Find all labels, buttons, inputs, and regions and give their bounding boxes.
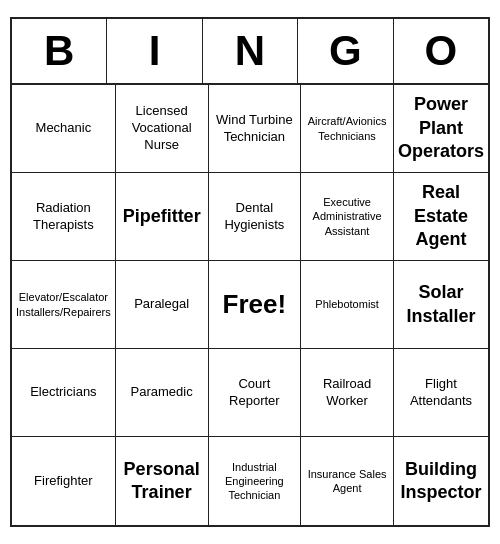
cell-label: Railroad Worker [305, 376, 389, 410]
bingo-cell: Phlebotomist [301, 261, 394, 349]
cell-label: Paramedic [131, 384, 193, 401]
cell-label: Flight Attendants [398, 376, 484, 410]
bingo-cell: Power Plant Operators [394, 85, 488, 173]
bingo-cell: Railroad Worker [301, 349, 394, 437]
cell-label: Executive Administrative Assistant [305, 195, 389, 238]
bingo-cell: Pipefitter [116, 173, 209, 261]
bingo-cell: Paralegal [116, 261, 209, 349]
cell-label: Radiation Therapists [16, 200, 111, 234]
bingo-cell: Industrial Engineering Technician [209, 437, 302, 525]
bingo-cell: Paramedic [116, 349, 209, 437]
cell-label: Solar Installer [398, 281, 484, 328]
header-letter: O [394, 19, 488, 83]
cell-label: Dental Hygienists [213, 200, 297, 234]
bingo-cell: Dental Hygienists [209, 173, 302, 261]
bingo-cell: Court Reporter [209, 349, 302, 437]
bingo-cell: Free! [209, 261, 302, 349]
bingo-cell: Personal Trainer [116, 437, 209, 525]
bingo-header: BINGO [12, 19, 488, 85]
bingo-cell: Insurance Sales Agent [301, 437, 394, 525]
cell-label: Aircraft/Avionics Technicians [305, 114, 389, 143]
bingo-cell: Electricians [12, 349, 116, 437]
cell-label: Firefighter [34, 473, 93, 490]
header-letter: I [107, 19, 202, 83]
cell-label: Paralegal [134, 296, 189, 313]
bingo-cell: Wind Turbine Technician [209, 85, 302, 173]
bingo-grid: MechanicLicensed Vocational NurseWind Tu… [12, 85, 488, 525]
bingo-cell: Firefighter [12, 437, 116, 525]
cell-label: Personal Trainer [120, 458, 204, 505]
cell-label: Free! [223, 288, 287, 322]
cell-label: Licensed Vocational Nurse [120, 103, 204, 154]
bingo-cell: Aircraft/Avionics Technicians [301, 85, 394, 173]
bingo-cell: Elevator/Escalator Installers/Repairers [12, 261, 116, 349]
bingo-cell: Executive Administrative Assistant [301, 173, 394, 261]
cell-label: Pipefitter [123, 205, 201, 228]
bingo-card: BINGO MechanicLicensed Vocational NurseW… [10, 17, 490, 527]
cell-label: Elevator/Escalator Installers/Repairers [16, 290, 111, 319]
cell-label: Industrial Engineering Technician [213, 460, 297, 503]
cell-label: Wind Turbine Technician [213, 112, 297, 146]
cell-label: Electricians [30, 384, 96, 401]
cell-label: Real Estate Agent [398, 181, 484, 251]
bingo-cell: Solar Installer [394, 261, 488, 349]
cell-label: Court Reporter [213, 376, 297, 410]
header-letter: N [203, 19, 298, 83]
bingo-cell: Building Inspector [394, 437, 488, 525]
header-letter: B [12, 19, 107, 83]
cell-label: Power Plant Operators [398, 93, 484, 163]
cell-label: Insurance Sales Agent [305, 467, 389, 496]
cell-label: Mechanic [36, 120, 92, 137]
header-letter: G [298, 19, 393, 83]
cell-label: Phlebotomist [315, 297, 379, 311]
bingo-cell: Mechanic [12, 85, 116, 173]
bingo-cell: Real Estate Agent [394, 173, 488, 261]
bingo-cell: Radiation Therapists [12, 173, 116, 261]
bingo-cell: Flight Attendants [394, 349, 488, 437]
cell-label: Building Inspector [398, 458, 484, 505]
bingo-cell: Licensed Vocational Nurse [116, 85, 209, 173]
